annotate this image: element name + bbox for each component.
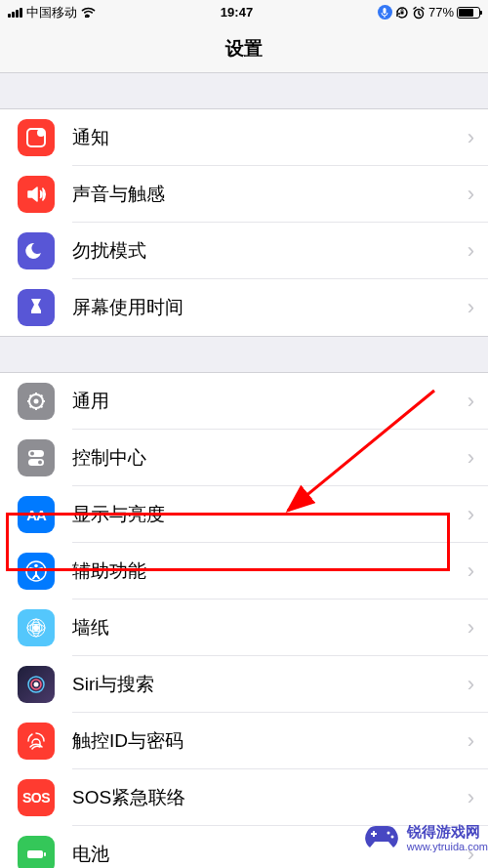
- row-label: 墙纸: [72, 615, 109, 641]
- chevron-right-icon: ›: [468, 445, 474, 471]
- row-screentime[interactable]: 屏幕使用时间 ›: [0, 279, 488, 336]
- display-icon: AA: [18, 496, 55, 533]
- row-label: 声音与触感: [72, 182, 165, 207]
- watermark: 锐得游戏网 www.ytruida.com: [362, 823, 488, 853]
- svg-point-0: [87, 15, 89, 17]
- row-label: 触控ID与密码: [72, 728, 183, 754]
- chevron-right-icon: ›: [468, 182, 474, 207]
- svg-point-26: [386, 832, 389, 835]
- svg-rect-2: [400, 11, 403, 14]
- row-label: Siri与搜索: [72, 672, 154, 697]
- row-label: 辅助功能: [72, 558, 146, 584]
- sos-icon: SOS: [18, 779, 55, 816]
- row-notifications[interactable]: 通知 ›: [0, 109, 488, 166]
- page-title: 设置: [225, 36, 263, 62]
- sounds-icon: [18, 176, 55, 213]
- row-wallpaper[interactable]: 墙纸 ›: [0, 599, 488, 656]
- row-label: 通知: [72, 125, 109, 150]
- chevron-right-icon: ›: [468, 389, 474, 414]
- settings-group-1: 通知 › 声音与触感 › 勿扰模式 › 屏幕使用时间 ›: [0, 108, 488, 337]
- wifi-icon: [81, 7, 96, 18]
- row-accessibility[interactable]: 辅助功能 ›: [0, 543, 488, 599]
- row-label: SOS紧急联络: [72, 785, 185, 810]
- row-touchid[interactable]: 触控ID与密码 ›: [0, 713, 488, 769]
- status-left: 中国移动: [8, 4, 96, 21]
- settings-group-2: 通用 › 控制中心 › AA 显示与亮度 › 辅助功能 ›: [0, 372, 488, 868]
- row-sos[interactable]: SOS SOS紧急联络 ›: [0, 769, 488, 826]
- siri-icon: [18, 666, 55, 703]
- row-control-center[interactable]: 控制中心 ›: [0, 430, 488, 486]
- row-label: 勿扰模式: [72, 238, 146, 264]
- chevron-right-icon: ›: [468, 672, 474, 697]
- alarm-icon: [412, 6, 426, 20]
- carrier-label: 中国移动: [26, 4, 77, 21]
- nav-header: 设置: [0, 24, 488, 73]
- orientation-lock-icon: [395, 6, 409, 20]
- row-label: 控制中心: [72, 445, 146, 471]
- svg-rect-22: [27, 850, 43, 858]
- chevron-right-icon: ›: [468, 558, 474, 584]
- status-right: 77%: [378, 5, 480, 20]
- dnd-icon: [18, 232, 55, 269]
- chevron-right-icon: ›: [468, 615, 474, 641]
- chevron-right-icon: ›: [468, 295, 474, 320]
- row-label: 电池: [72, 842, 109, 867]
- svg-point-11: [38, 461, 42, 465]
- touchid-icon: [18, 723, 55, 760]
- battery-icon: [457, 7, 480, 19]
- control-center-icon: [18, 439, 55, 476]
- chevron-right-icon: ›: [468, 728, 474, 754]
- row-siri[interactable]: Siri与搜索 ›: [0, 656, 488, 713]
- row-sounds[interactable]: 声音与触感 ›: [0, 166, 488, 223]
- svg-point-21: [34, 682, 39, 687]
- general-icon: [18, 383, 55, 420]
- svg-point-10: [30, 452, 34, 456]
- watermark-brand: 锐得游戏网: [407, 823, 488, 841]
- wallpaper-icon: [18, 609, 55, 646]
- watermark-logo-icon: [362, 824, 401, 851]
- watermark-url: www.ytruida.com: [407, 841, 488, 853]
- notifications-icon: [18, 119, 55, 156]
- row-label: 屏幕使用时间: [72, 295, 183, 320]
- svg-point-7: [34, 399, 39, 404]
- status-bar: 中国移动 19:47 77%: [0, 0, 488, 24]
- svg-point-27: [390, 836, 393, 839]
- svg-point-14: [33, 625, 39, 631]
- signal-strength-icon: [8, 8, 22, 18]
- battery-percent: 77%: [428, 5, 454, 20]
- row-display[interactable]: AA 显示与亮度 ›: [0, 486, 488, 543]
- chevron-right-icon: ›: [468, 238, 474, 264]
- chevron-right-icon: ›: [468, 125, 474, 150]
- battery-icon: [18, 836, 55, 868]
- chevron-right-icon: ›: [468, 785, 474, 810]
- row-general[interactable]: 通用 ›: [0, 373, 488, 430]
- screentime-icon: [18, 289, 55, 326]
- accessibility-icon: [18, 553, 55, 590]
- row-label: 通用: [72, 389, 109, 414]
- row-label: 显示与亮度: [72, 502, 165, 527]
- svg-rect-1: [384, 8, 386, 14]
- svg-rect-23: [44, 852, 46, 856]
- row-dnd[interactable]: 勿扰模式 ›: [0, 223, 488, 279]
- svg-point-5: [37, 129, 45, 137]
- status-time: 19:47: [221, 5, 253, 20]
- svg-point-13: [34, 564, 38, 568]
- chevron-right-icon: ›: [468, 502, 474, 527]
- voice-control-icon: [378, 5, 392, 20]
